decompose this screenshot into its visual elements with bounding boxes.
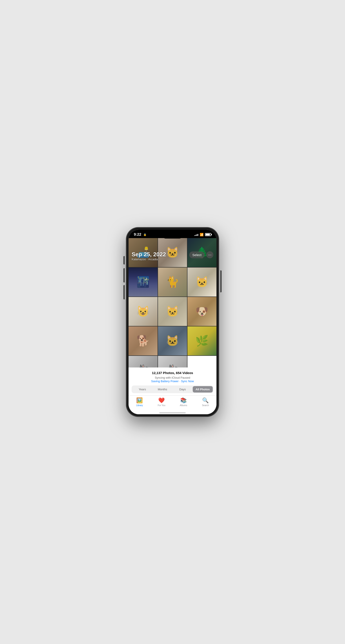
search-icon: 🔍 <box>202 397 209 404</box>
for-you-icon: ❤️ <box>158 397 165 404</box>
photo-grid-section: Sep 25, 2022 Kalamazoo · Arcadia Select … <box>129 238 216 368</box>
volume-down-button <box>124 285 125 300</box>
date-location-group: Sep 25, 2022 Kalamazoo · Arcadia <box>132 251 166 261</box>
photo-cell-11[interactable]: 🐱 <box>158 326 187 356</box>
view-toggle-group: Years Months Days All Photos <box>132 386 213 393</box>
photo-date: Sep 25, 2022 <box>132 251 166 258</box>
toggle-all-photos[interactable]: All Photos <box>193 386 213 392</box>
mute-button <box>124 256 125 264</box>
signal-bar-1 <box>194 235 195 236</box>
photo-emoji-6: 🐱 <box>187 268 216 296</box>
lock-icon: 🔒 <box>143 233 147 236</box>
toggle-days[interactable]: Days <box>173 386 193 392</box>
photo-cell-8[interactable]: 🐱 <box>158 297 187 326</box>
status-time: 9:22 🔒 <box>134 232 147 237</box>
select-button[interactable]: Select <box>189 252 205 258</box>
sync-battery-text: Saving Battery Power · Sync Now <box>129 380 216 383</box>
photo-emoji-5: 🐈 <box>158 268 187 296</box>
photo-count-section: 12,137 Photos, 654 Videos <box>129 368 216 376</box>
toggle-months[interactable]: Months <box>153 386 173 392</box>
photo-emoji-7: 😺 <box>129 297 158 326</box>
library-icon: 🖼️ <box>136 397 143 404</box>
sync-prefix: Saving Battery Power · <box>151 380 181 383</box>
signal-bar-4 <box>198 234 198 236</box>
photo-cell-empty <box>187 356 216 368</box>
sync-status-text: Syncing with iCloud Paused <box>129 376 216 379</box>
photo-cell-10[interactable]: 🐕 <box>129 326 158 356</box>
signal-bar-2 <box>195 235 196 236</box>
albums-label: Albums <box>180 404 187 406</box>
albums-icon: 📚 <box>180 397 187 404</box>
sync-now-link[interactable]: Sync Now <box>181 380 194 383</box>
photo-cell-6[interactable]: 🐱 <box>187 268 216 296</box>
signal-bar-3 <box>196 234 197 236</box>
photo-emoji-8: 🐱 <box>158 297 187 326</box>
tab-search[interactable]: 🔍 Search <box>194 397 216 406</box>
photo-emoji-14: 🐈‍⬛ <box>158 356 187 368</box>
screen-content: 9:22 🔒 📶 <box>129 230 216 414</box>
battery-icon <box>205 233 211 236</box>
phone-frame: 9:22 🔒 📶 <box>126 228 219 416</box>
photo-cell-4[interactable]: 🌃 <box>129 268 158 296</box>
photo-emoji-11: 🐱 <box>158 326 187 356</box>
tab-bar: 🖼️ Library ❤️ For You 📚 Albums 🔍 Search <box>129 395 216 411</box>
bottom-info-area: 12,137 Photos, 654 Videos Syncing with i… <box>129 368 216 414</box>
wifi-icon: 📶 <box>200 233 203 236</box>
photo-emoji-12: 🌿 <box>187 326 216 356</box>
photo-cell-13[interactable]: 🐈‍⬛ <box>129 356 158 368</box>
home-indicator-bar <box>159 412 186 413</box>
phone-screen: 9:22 🔒 📶 <box>129 230 216 414</box>
clock: 9:22 <box>134 232 141 237</box>
photo-emoji-13: 🐈‍⬛ <box>129 356 158 368</box>
volume-up-button <box>124 268 125 282</box>
photo-emoji-9: 🐶 <box>187 297 216 326</box>
tab-library[interactable]: 🖼️ Library <box>129 397 151 406</box>
photo-cell-5[interactable]: 🐈 <box>158 268 187 296</box>
battery-fill <box>206 234 210 236</box>
photo-cell-7[interactable]: 😺 <box>129 297 158 326</box>
home-indicator-area <box>129 411 216 414</box>
header-actions: Select ··· <box>189 251 213 258</box>
photo-emoji-10: 🐕 <box>129 326 158 356</box>
search-label: Search <box>202 404 209 406</box>
library-label: Library <box>136 404 143 406</box>
status-bar: 9:22 🔒 📶 <box>129 230 216 238</box>
photo-emoji-4: 🌃 <box>129 268 158 296</box>
photo-cell-9[interactable]: 🐶 <box>187 297 216 326</box>
photo-cell-12[interactable]: 🌿 <box>187 326 216 356</box>
status-icons: 📶 <box>194 233 211 236</box>
photo-grid-header: Sep 25, 2022 Kalamazoo · Arcadia Select … <box>129 249 216 262</box>
dynamic-island <box>163 232 182 238</box>
tab-for-you[interactable]: ❤️ For You <box>151 397 173 406</box>
toggle-years[interactable]: Years <box>132 386 153 392</box>
photo-count-text: 12,137 Photos, 654 Videos <box>132 371 213 375</box>
tab-albums[interactable]: 📚 Albums <box>173 397 194 406</box>
signal-bars <box>194 233 198 236</box>
power-button <box>220 270 221 292</box>
photo-location: Kalamazoo · Arcadia <box>132 258 166 261</box>
more-options-button[interactable]: ··· <box>206 251 213 258</box>
photo-cell-14[interactable]: 🐈‍⬛ <box>158 356 187 368</box>
for-you-label: For You <box>158 404 165 406</box>
